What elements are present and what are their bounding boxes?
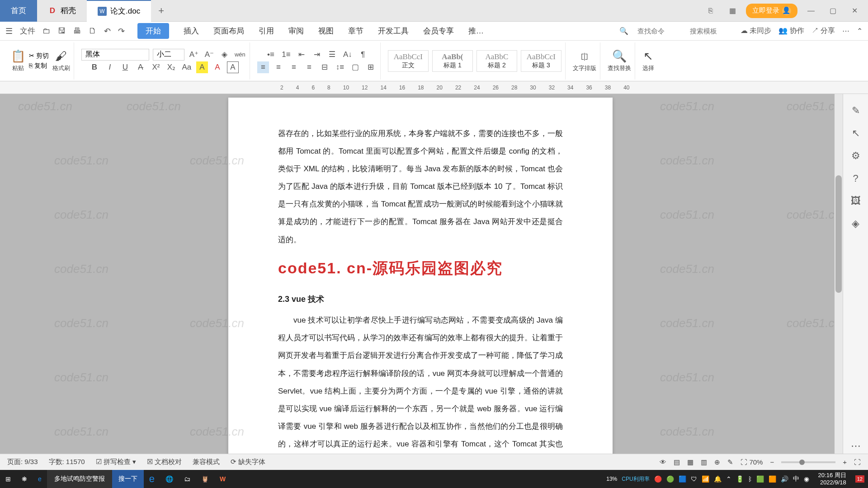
menu-review[interactable]: 审阅 [288, 23, 304, 39]
search-tpl-input[interactable] [688, 25, 733, 37]
read-view-icon[interactable]: ▤ [674, 458, 680, 466]
decrease-indent-button[interactable]: ⇤ [296, 49, 307, 61]
maximize-button[interactable]: ▢ [825, 3, 841, 19]
copilot-icon[interactable]: ❋ [16, 470, 33, 488]
diamond-icon[interactable]: ◈ [852, 218, 859, 230]
clear-format-icon[interactable]: ◈ [219, 49, 231, 61]
menu-more[interactable]: 推… [468, 23, 484, 39]
italic-button[interactable]: I [104, 61, 116, 73]
bullets-button[interactable]: •≡ [265, 49, 277, 61]
print-icon[interactable]: 🖶 [73, 26, 81, 36]
cursor-icon[interactable]: ↖ [852, 127, 860, 139]
menu-start[interactable]: 开始 [137, 23, 169, 39]
tray-icon[interactable]: 🟧 [769, 475, 776, 483]
help-icon[interactable]: ? [853, 173, 858, 184]
menu-insert[interactable]: 插入 [184, 23, 199, 39]
subscript-button[interactable]: X₂ [165, 61, 177, 73]
settings-icon[interactable]: ⚙ [851, 150, 860, 162]
case-button[interactable]: Aa [181, 61, 193, 73]
word-count[interactable]: 字数: 11570 [49, 458, 85, 466]
borders-button[interactable]: ⊞ [365, 61, 377, 73]
more-side-icon[interactable]: ⋯ [851, 440, 861, 452]
bold-button[interactable]: B [89, 61, 100, 73]
print-view-icon[interactable]: ▦ [687, 458, 693, 466]
char-border-button[interactable]: A [227, 61, 239, 73]
ie-icon[interactable]: e [33, 470, 47, 488]
close-button[interactable]: ✕ [846, 3, 863, 19]
expand-icon[interactable]: ⌃ [857, 27, 863, 35]
unsync-icon[interactable]: ☁ 未同步 [741, 26, 771, 36]
collab-button[interactable]: 👥 协作 [778, 26, 804, 36]
paste-button[interactable]: 📋粘贴 [11, 49, 25, 72]
image-icon[interactable]: 🖼 [851, 195, 861, 207]
more-icon[interactable]: ⋯ [842, 27, 849, 35]
phonetic-icon[interactable]: wén [234, 49, 246, 61]
font-color-button[interactable]: A [212, 61, 223, 73]
line-spacing-button[interactable]: ↕≡ [334, 61, 346, 73]
news-widget[interactable]: 多地试鸣防空警报 [47, 470, 112, 488]
zoom-in-button[interactable]: + [843, 458, 847, 466]
document-page[interactable]: 器存在的，比如某些行业的应用系统，本身客户端就不多，需要的连接也不多，一般都用 … [228, 98, 613, 459]
web-view-icon[interactable]: ⊕ [714, 458, 720, 466]
align-center-button[interactable]: ≡ [273, 61, 284, 73]
menu-view[interactable]: 视图 [318, 23, 334, 39]
tab-doc[interactable]: W 论文.doc [87, 0, 151, 22]
notification-icon[interactable]: 12 [855, 475, 864, 483]
proofing-button[interactable]: ☒ 文档校对 [147, 458, 182, 466]
eye-icon[interactable]: 👁 [660, 458, 666, 466]
wps-icon[interactable]: W [214, 470, 231, 488]
start-button[interactable]: ⊞ [0, 470, 16, 488]
volume-icon[interactable]: 🔊 [781, 475, 788, 483]
copy-button[interactable]: ⎘ 复制 [29, 62, 49, 70]
style-h3[interactable]: AaBbCcI标题 3 [521, 50, 561, 72]
font-select[interactable] [81, 49, 149, 61]
login-button[interactable]: 立即登录 👤 [746, 4, 797, 18]
ime-icon[interactable]: 中 [793, 475, 799, 483]
select-button[interactable]: ↖选择 [642, 49, 654, 72]
page-indicator[interactable]: 页面: 9/33 [7, 458, 38, 466]
pencil-icon[interactable]: ✎ [852, 105, 860, 117]
battery-icon[interactable]: 🔋 [736, 475, 744, 483]
shading-button[interactable]: ▢ [349, 61, 361, 73]
layout1-icon[interactable]: ⎘ [703, 3, 719, 19]
missing-font[interactable]: ⟳ 缺失字体 [231, 458, 265, 466]
cut-button[interactable]: ✂ 剪切 [29, 52, 49, 60]
menu-layout[interactable]: 页面布局 [213, 23, 244, 39]
show-marks-button[interactable]: ¶ [357, 49, 369, 61]
folder-icon[interactable]: 🗀 [42, 26, 51, 36]
tab-home[interactable]: 首页 [0, 0, 37, 22]
strike-button[interactable]: A̶ [135, 61, 146, 73]
tray-icon[interactable]: 🟦 [679, 475, 686, 483]
app-icon[interactable]: 🦉 [196, 470, 214, 488]
superscript-button[interactable]: X² [150, 61, 162, 73]
tab-shell[interactable]: D 稻壳 [37, 0, 87, 22]
tray-icon[interactable]: 🛡 [691, 475, 697, 483]
find-replace-button[interactable]: 🔍查找替换 [608, 49, 631, 72]
tray-icon[interactable]: 📶 [702, 475, 709, 483]
tray-icon[interactable]: 🟢 [666, 475, 674, 483]
zoom-slider[interactable] [781, 461, 835, 463]
numbering-button[interactable]: 1≡ [280, 49, 292, 61]
menu-chapter[interactable]: 章节 [348, 23, 363, 39]
increase-font-icon[interactable]: A⁺ [188, 49, 200, 61]
pen-icon[interactable]: ✎ [727, 458, 733, 466]
edge-icon[interactable]: e [144, 470, 160, 488]
preview-icon[interactable]: 🗋 [89, 26, 97, 36]
style-h2[interactable]: AaBbC标题 2 [476, 50, 517, 72]
vertical-scrollbar[interactable] [835, 94, 843, 459]
decrease-font-icon[interactable]: A⁻ [203, 49, 215, 61]
highlight-button[interactable]: A [196, 61, 208, 73]
scrollbar-thumb[interactable] [835, 175, 842, 293]
undo-icon[interactable]: ↶ [104, 26, 111, 36]
menu-ref[interactable]: 引用 [259, 23, 274, 39]
menu-dev[interactable]: 开发工具 [378, 23, 409, 39]
align-right-button[interactable]: ≡ [288, 61, 300, 73]
align-justify-button[interactable]: ≡ [303, 61, 315, 73]
bluetooth-icon[interactable]: ᛒ [748, 475, 752, 483]
fullscreen-icon[interactable]: ⛶ [854, 458, 861, 466]
tray-icon[interactable]: 🔔 [714, 475, 722, 483]
distribute-button[interactable]: ⊟ [319, 61, 330, 73]
increase-indent-button[interactable]: ⇥ [311, 49, 323, 61]
minimize-button[interactable]: — [803, 3, 819, 19]
zoom-fit-icon[interactable]: ⛶ 70% [741, 458, 763, 466]
